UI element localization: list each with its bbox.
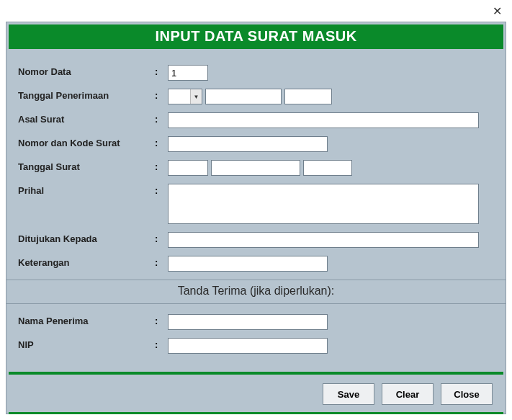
row-nomor-kode-surat: Nomor dan Kode Surat : — [18, 136, 494, 152]
input-tgl-surat-year[interactable] — [303, 160, 352, 176]
colon: : — [155, 256, 168, 268]
dialog-window: ✕ INPUT DATA SURAT MASUK Nomor Data : Ta… — [0, 0, 512, 420]
row-tanggal-surat: Tanggal Surat : — [18, 160, 494, 176]
form-panel: INPUT DATA SURAT MASUK Nomor Data : Tang… — [6, 22, 506, 414]
row-nama-penerima: Nama Penerima : — [18, 314, 494, 330]
label-ditujukan-kepada: Ditujukan Kepada — [18, 232, 155, 244]
label-tanggal-penerimaan: Tanggal Penerimaan — [18, 89, 155, 101]
row-ditujukan-kepada: Ditujukan Kepada : — [18, 232, 494, 248]
label-nama-penerima: Nama Penerima — [18, 314, 155, 326]
colon: : — [155, 112, 168, 125]
colon: : — [155, 160, 168, 172]
colon: : — [155, 232, 168, 244]
title-bar: INPUT DATA SURAT MASUK — [9, 24, 503, 49]
label-asal-surat: Asal Surat — [18, 112, 155, 125]
row-tanggal-penerimaan: Tanggal Penerimaan : ▼ — [18, 89, 494, 104]
row-prihal: Prihal : — [18, 184, 494, 224]
row-keterangan: Keterangan : — [18, 256, 494, 272]
label-keterangan: Keterangan — [18, 256, 155, 268]
save-button[interactable]: Save — [323, 383, 374, 405]
form-area: Nomor Data : Tanggal Penerimaan : ▼ — [6, 49, 506, 372]
label-nomor-data: Nomor Data — [18, 65, 155, 77]
input-tgl-pen-year[interactable] — [284, 89, 332, 104]
input-keterangan[interactable] — [168, 256, 328, 272]
input-nama-penerima[interactable] — [168, 314, 328, 330]
colon: : — [155, 65, 168, 77]
row-asal-surat: Asal Surat : — [18, 112, 494, 128]
input-nomor-kode-surat[interactable] — [168, 136, 328, 152]
combo-tgl-pen-day[interactable]: ▼ — [168, 89, 202, 104]
input-tgl-surat-month[interactable] — [211, 160, 300, 176]
colon: : — [155, 89, 168, 101]
divider-green-bottom — [9, 412, 503, 414]
input-nomor-data[interactable] — [168, 65, 208, 81]
colon: : — [155, 136, 168, 148]
label-nomor-kode-surat: Nomor dan Kode Surat — [18, 136, 155, 148]
input-asal-surat[interactable] — [168, 112, 479, 128]
clear-button[interactable]: Clear — [382, 383, 434, 405]
colon: : — [155, 338, 168, 350]
close-button[interactable]: Close — [441, 383, 493, 405]
colon: : — [155, 314, 168, 326]
button-bar: Save Clear Close — [6, 375, 506, 412]
section-tanda-terima-title: Tanda Terima (jika diperlukan): — [6, 280, 506, 304]
colon: : — [155, 184, 168, 196]
chevron-down-icon[interactable]: ▼ — [190, 89, 202, 104]
close-icon[interactable]: ✕ — [493, 4, 502, 18]
tanda-terima-area: Nama Penerima : NIP : — [18, 304, 494, 369]
input-nip[interactable] — [168, 338, 328, 354]
input-tgl-pen-month[interactable] — [205, 89, 282, 104]
label-prihal: Prihal — [18, 184, 155, 196]
row-nip: NIP : — [18, 338, 494, 354]
row-nomor-data: Nomor Data : — [18, 65, 494, 81]
input-prihal[interactable] — [168, 184, 479, 224]
input-ditujukan-kepada[interactable] — [168, 232, 479, 248]
input-tgl-surat-day[interactable] — [168, 160, 208, 176]
label-nip: NIP — [18, 338, 155, 350]
label-tanggal-surat: Tanggal Surat — [18, 160, 155, 172]
